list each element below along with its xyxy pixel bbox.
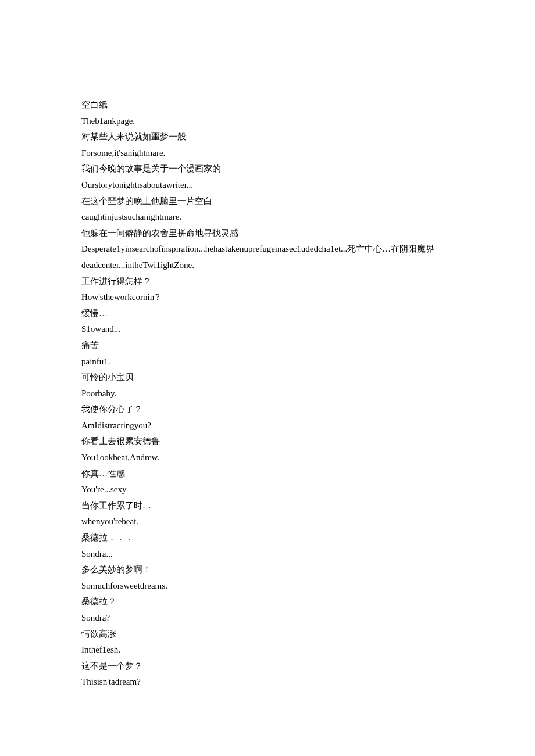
- text-line: 工作进行得怎样？: [81, 274, 454, 290]
- text-line: Poorbaby.: [81, 386, 454, 402]
- text-line: 缓慢…: [81, 306, 454, 322]
- text-line: 我们今晚的故事是关于一个漫画家的: [81, 161, 454, 177]
- text-line: Somuchforsweetdreams.: [81, 578, 454, 594]
- text-line: deadcenter...intheTwi1ightZone.: [81, 257, 454, 274]
- text-line: caughtinjustsuchanightmare.: [81, 209, 454, 225]
- text-line: Inthef1esh.: [81, 642, 454, 658]
- text-line: How'stheworkcornin'?: [81, 289, 454, 306]
- text-line: 痛苦: [81, 338, 454, 354]
- text-line: Theb1ankpage.: [81, 113, 454, 130]
- text-line: 在这个噩梦的晚上他脑里一片空白: [81, 194, 454, 210]
- text-line: 你真…性感: [81, 466, 454, 482]
- text-line: 桑德拉？: [81, 594, 454, 610]
- text-line: Ourstorytonightisaboutawriter...: [81, 177, 454, 194]
- text-line: Thisisn'tadream?: [81, 674, 454, 690]
- text-line: S1owand...: [81, 321, 454, 338]
- text-line: 空白纸: [81, 97, 454, 113]
- text-line: Sondra...: [81, 546, 454, 562]
- text-line: Forsome,it'sanightmare.: [81, 145, 454, 162]
- text-line: painfu1.: [81, 354, 454, 370]
- text-line: 你看上去很累安德鲁: [81, 433, 454, 450]
- text-line: 对某些人来说就如噩梦一般: [81, 129, 454, 145]
- text-line: Desperate1yinsearchofinspiration...hehas…: [81, 241, 454, 257]
- text-line: 多么美妙的梦啊！: [81, 562, 454, 578]
- text-line: Sondra?: [81, 610, 454, 626]
- text-line: AmIdistractingyou?: [81, 418, 454, 434]
- text-line: You're...sexy: [81, 482, 454, 498]
- text-line: You1ookbeat,Andrew.: [81, 450, 454, 466]
- text-line: 这不是一个梦？: [81, 658, 454, 675]
- document-page: 空白纸Theb1ankpage.对某些人来说就如噩梦一般Forsome,it's…: [0, 0, 535, 756]
- text-line: 可怜的小宝贝: [81, 370, 454, 386]
- text-line: 情欲高涨: [81, 626, 454, 643]
- text-line: whenyou'rebeat.: [81, 514, 454, 530]
- text-line: 我使你分心了？: [81, 402, 454, 418]
- text-line: 他躲在一间僻静的农舍里拼命地寻找灵感: [81, 225, 454, 242]
- text-line: 当你工作累了时…: [81, 498, 454, 514]
- text-line: 桑德拉．．．: [81, 530, 454, 546]
